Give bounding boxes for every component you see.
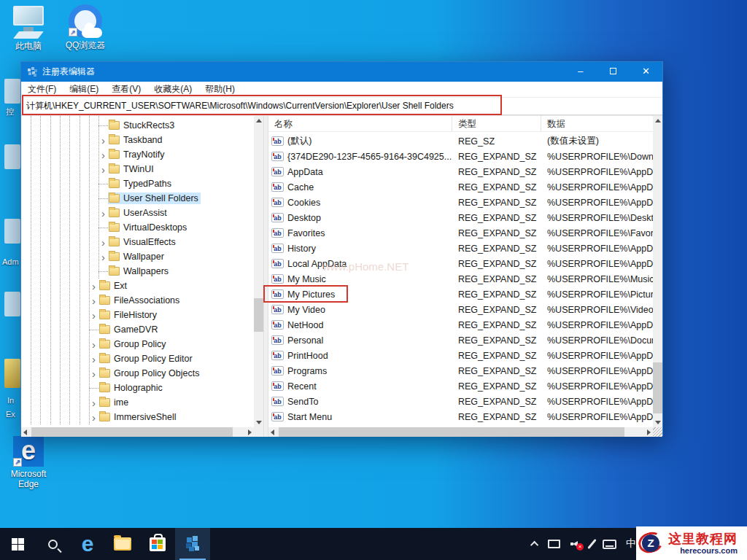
taskbar-file-explorer-button[interactable] <box>105 528 140 560</box>
registry-value-row-appdata[interactable]: abAppDataREG_EXPAND_SZ%USERPROFILE%\AppD… <box>268 164 653 179</box>
expand-chevron-icon[interactable]: › <box>89 281 98 291</box>
registry-value-row-cache[interactable]: abCacheREG_EXPAND_SZ%USERPROFILE%\AppDa <box>268 179 653 195</box>
tree-item-ime[interactable]: ›ime <box>21 395 131 410</box>
registry-value-row-my-video[interactable]: abMy VideoREG_EXPAND_SZ%USERPROFILE%\Vid… <box>268 302 653 317</box>
start-button[interactable] <box>0 528 35 560</box>
scroll-right-arrow[interactable] <box>248 429 252 435</box>
registry-value-row-cookies[interactable]: abCookiesREG_EXPAND_SZ%USERPROFILE%\AppD… <box>268 195 653 210</box>
expand-chevron-icon[interactable]: › <box>89 311 98 320</box>
registry-value-row-my-music[interactable]: abMy MusicREG_EXPAND_SZ%USERPROFILE%\Mus… <box>268 271 653 287</box>
expand-chevron-icon[interactable]: › <box>89 369 98 378</box>
tree-item-twinui[interactable]: ›TWinUI <box>21 162 156 176</box>
network-display-icon[interactable] <box>548 540 560 548</box>
scroll-up-arrow[interactable] <box>256 119 262 122</box>
scroll-down-arrow[interactable] <box>655 421 661 424</box>
title-bar[interactable]: 注册表编辑器 – ✕ <box>21 62 662 82</box>
registry-value-row-favorites[interactable]: abFavoritesREG_EXPAND_SZ%USERPROFILE%\Fa… <box>268 225 653 241</box>
expand-chevron-icon[interactable]: › <box>89 413 98 422</box>
registry-value-row-start-menu[interactable]: abStart MenuREG_EXPAND_SZ%USERPROFILE%\A… <box>268 409 653 424</box>
expand-chevron-icon[interactable]: › <box>98 150 108 160</box>
tree-item-holographic[interactable]: Holographic <box>21 381 165 395</box>
tree-horizontal-scrollbar[interactable] <box>21 427 254 437</box>
registry-value-row-desktop[interactable]: abDesktopREG_EXPAND_SZ%USERPROFILE%\Desk… <box>268 210 653 225</box>
tree-item-gamedvr[interactable]: GameDVR <box>21 322 160 337</box>
expand-chevron-icon[interactable]: › <box>98 252 108 262</box>
scroll-thumb[interactable] <box>653 362 662 413</box>
tree-item-user-shell-folders[interactable]: User Shell Folders <box>21 191 201 206</box>
expand-chevron-icon[interactable]: › <box>98 209 108 218</box>
tree-item-userassist[interactable]: ›UserAssist <box>21 206 169 220</box>
scroll-down-arrow[interactable] <box>256 421 262 424</box>
tree-item-filehistory[interactable]: ›FileHistory <box>21 308 159 322</box>
registry-value-row-history[interactable]: abHistoryREG_EXPAND_SZ%USERPROFILE%\AppD… <box>268 241 653 256</box>
pane-splitter[interactable] <box>263 116 268 437</box>
scroll-up-arrow[interactable] <box>655 119 661 122</box>
column-header-2[interactable]: 数据 <box>541 116 653 131</box>
partial-desktop-icon[interactable] <box>4 144 20 169</box>
menu-item-3[interactable]: 收藏夹(A) <box>147 83 198 96</box>
ime-indicator[interactable]: 中 <box>626 537 636 551</box>
minimize-button[interactable]: – <box>564 62 597 82</box>
registry-value-row-personal[interactable]: abPersonalREG_EXPAND_SZ%USERPROFILE%\Doc… <box>268 332 653 348</box>
partial-desktop-icon[interactable] <box>4 359 20 388</box>
partial-desktop-icon[interactable] <box>4 79 20 104</box>
menu-item-0[interactable]: 文件(F) <box>21 83 63 96</box>
tray-expand-chevron-icon[interactable] <box>530 541 538 549</box>
tree-item-taskband[interactable]: ›Taskband <box>21 133 165 147</box>
touch-keyboard-icon[interactable] <box>603 540 616 549</box>
desktop-icon-microsoft-edge[interactable]: e ↗ Microsoft Edge <box>1 436 55 489</box>
scroll-thumb[interactable] <box>279 427 624 437</box>
partial-desktop-icon[interactable] <box>4 292 20 316</box>
tree-item-wallpaper[interactable]: ›Wallpaper <box>21 249 166 264</box>
registry-value-row-nethood[interactable]: abNetHoodREG_EXPAND_SZ%USERPROFILE%\AppD… <box>268 317 653 332</box>
close-button[interactable]: ✕ <box>630 62 662 82</box>
registry-value-row-sendto[interactable]: abSendToREG_EXPAND_SZ%USERPROFILE%\AppDa <box>268 394 653 409</box>
scroll-left-arrow[interactable] <box>271 429 274 435</box>
scroll-thumb[interactable] <box>254 298 263 332</box>
registry-value-row-printhood[interactable]: abPrintHoodREG_EXPAND_SZ%USERPROFILE%\Ap… <box>268 348 653 363</box>
tree-vertical-scrollbar[interactable] <box>254 116 263 427</box>
taskbar-edge-button[interactable]: e <box>70 528 105 560</box>
tree-item-group-policy[interactable]: ›Group Policy <box>21 337 169 351</box>
tree-item-visualeffects[interactable]: ›VisualEffects <box>21 235 178 249</box>
expand-chevron-icon[interactable]: › <box>89 398 98 408</box>
registry-value-row--[interactable]: ab(默认)REG_SZ(数值未设置) <box>268 133 653 149</box>
expand-chevron-icon[interactable]: › <box>89 354 98 364</box>
tree-item-virtualdesktops[interactable]: VirtualDesktops <box>21 220 189 235</box>
taskbar-search-button[interactable] <box>35 528 70 560</box>
partial-desktop-icon[interactable] <box>4 219 20 244</box>
desktop-icon-this-pc[interactable]: 此电脑 <box>1 3 55 52</box>
list-horizontal-scrollbar[interactable] <box>268 427 653 437</box>
registry-value-row--374de290-123f-4565-9164-39c4925-[interactable]: ab{374DE290-123F-4565-9164-39C4925...REG… <box>268 149 653 164</box>
menu-item-1[interactable]: 编辑(E) <box>63 83 105 96</box>
expand-chevron-icon[interactable]: › <box>98 238 108 247</box>
tree-item-group-policy-objects[interactable]: ›Group Policy Objects <box>21 366 201 381</box>
tree-item-ext[interactable]: ›Ext <box>21 279 129 293</box>
expand-chevron-icon[interactable]: › <box>89 340 98 349</box>
scroll-right-arrow[interactable] <box>647 429 651 435</box>
tree-item-fileassociations[interactable]: ›FileAssociations <box>21 293 182 308</box>
column-header-1[interactable]: 类型 <box>452 116 541 131</box>
tree-item-stuckrects3[interactable]: StuckRects3 <box>21 118 177 133</box>
scroll-thumb[interactable] <box>31 427 233 437</box>
list-vertical-scrollbar[interactable] <box>653 116 662 427</box>
scroll-left-arrow[interactable] <box>23 429 27 435</box>
windows-ink-icon[interactable] <box>587 539 597 549</box>
tree-item-wallpapers[interactable]: Wallpapers <box>21 264 171 279</box>
tree-item-group-policy-editor[interactable]: ›Group Policy Editor <box>21 351 195 366</box>
menu-item-4[interactable]: 帮助(H) <box>198 83 241 96</box>
expand-chevron-icon[interactable]: › <box>98 136 108 145</box>
tree-item-traynotify[interactable]: ›TrayNotify <box>21 147 167 162</box>
maximize-button[interactable] <box>597 62 630 82</box>
menu-item-2[interactable]: 查看(V) <box>105 83 147 96</box>
address-bar[interactable]: 计算机\HKEY_CURRENT_USER\SOFTWARE\Microsoft… <box>21 98 662 115</box>
registry-value-row-my-pictures[interactable]: abMy PicturesREG_EXPAND_SZ%USERPROFILE%\… <box>268 287 653 302</box>
column-header-0[interactable]: 名称 <box>268 116 452 131</box>
tree-item-immersiveshell[interactable]: ›ImmersiveShell <box>21 410 178 424</box>
expand-chevron-icon[interactable]: › <box>89 296 98 306</box>
taskbar-regedit-button[interactable] <box>175 528 210 560</box>
tree-item-typedpaths[interactable]: TypedPaths <box>21 176 174 191</box>
taskbar-store-button[interactable] <box>140 528 175 560</box>
volume-muted-icon[interactable]: × <box>570 539 581 549</box>
registry-value-row-recent[interactable]: abRecentREG_EXPAND_SZ%USERPROFILE%\AppDa <box>268 378 653 394</box>
